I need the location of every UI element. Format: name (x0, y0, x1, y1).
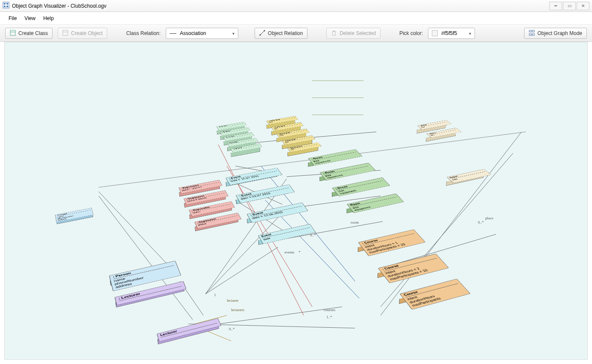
class-relation-label: Class Relation: (126, 30, 161, 36)
delete-selected-label: Delete Selected (340, 30, 376, 36)
menu-file[interactable]: File (9, 15, 17, 21)
svg-point-12 (260, 34, 261, 35)
minimize-button[interactable]: ━ (549, 2, 562, 10)
menu-help[interactable]: Help (43, 15, 54, 21)
event-card-1[interactable]: : Eventdate = 15.07.2015 (226, 172, 283, 189)
application-card-5[interactable]: : Applicationdate (287, 146, 322, 156)
svg-rect-16 (529, 34, 531, 35)
room-class-card[interactable]: Roomsizeequipment (347, 198, 404, 218)
class-icon (10, 30, 16, 37)
menubar: File View Help (0, 12, 592, 25)
registration-card-4[interactable]: : Registrationstatus (195, 217, 242, 233)
canvas[interactable]: lecturer lecturers events courses room p… (4, 42, 588, 360)
svg-rect-17 (532, 34, 534, 35)
create-object-button: Create Object (58, 28, 107, 39)
svg-rect-3 (4, 6, 6, 7)
toolbar: Create Class Create Object Class Relatio… (0, 25, 592, 42)
color-swatch (432, 30, 438, 36)
svg-rect-15 (532, 30, 534, 32)
event-card-3[interactable]: : Eventdate = 12.06.2015 (247, 207, 308, 227)
object-relation-button[interactable]: Object Relation (255, 28, 308, 39)
create-class-button[interactable]: Create Class (5, 28, 53, 39)
notice-card-2[interactable]: : Noticedate (426, 132, 461, 142)
color-combo[interactable]: #f5f5f5 ▾ (428, 28, 475, 39)
lecturer-class-card[interactable]: Lecturer (157, 323, 222, 347)
menu-view[interactable]: View (24, 15, 35, 21)
svg-rect-14 (529, 30, 531, 32)
delete-selected-button: Delete Selected (326, 28, 381, 39)
function-card-5[interactable]: : Function (231, 147, 263, 157)
relation-icon (259, 30, 265, 37)
app-icon (3, 2, 9, 10)
close-button[interactable]: ✕ (577, 2, 589, 10)
svg-rect-7 (10, 30, 15, 35)
course-class-card[interactable]: CourseintentdurationHoursmaxParticipants (399, 283, 470, 314)
pick-color-label: Pick color: (399, 30, 423, 36)
chevron-down-icon: ▾ (469, 31, 471, 36)
course-card-1[interactable]: : CourseintentdurationHours = 1maxPartic… (358, 234, 425, 261)
object-icon (62, 30, 68, 37)
object-graph-mode-label: Object Graph Mode (537, 30, 582, 36)
svg-rect-1 (4, 3, 6, 4)
graph-mode-icon (529, 30, 535, 37)
create-class-label: Create Class (18, 30, 48, 36)
chevron-down-icon: ▾ (232, 31, 234, 36)
notice-class-card[interactable]: Noticedate (446, 173, 491, 187)
object-relation-label: Object Relation (268, 30, 303, 36)
create-object-label: Create Object (71, 30, 103, 36)
class-relation-combo[interactable]: Association ▾ (166, 28, 238, 39)
event-class-card[interactable]: Eventdate (258, 228, 316, 249)
event-card-2[interactable]: : Eventdate = 03.07.2015 (236, 189, 295, 208)
svg-point-13 (264, 30, 265, 31)
trash-icon (331, 30, 337, 37)
svg-rect-9 (63, 30, 68, 35)
svg-rect-4 (6, 6, 8, 7)
color-value: #f5f5f5 (441, 30, 457, 36)
maximize-button[interactable]: ▭ (563, 2, 576, 10)
person-class-card[interactable]: : Person name phoneNumber address (56, 212, 94, 227)
window-title: Object Graph Visualizer - ClubSchool.ogv (12, 3, 106, 9)
svg-line-11 (260, 31, 264, 35)
titlebar: Object Graph Visualizer - ClubSchool.ogv… (0, 0, 592, 12)
object-graph-mode-button[interactable]: Object Graph Mode (524, 28, 587, 39)
class-relation-value: Association (180, 30, 206, 36)
svg-rect-2 (6, 3, 8, 4)
